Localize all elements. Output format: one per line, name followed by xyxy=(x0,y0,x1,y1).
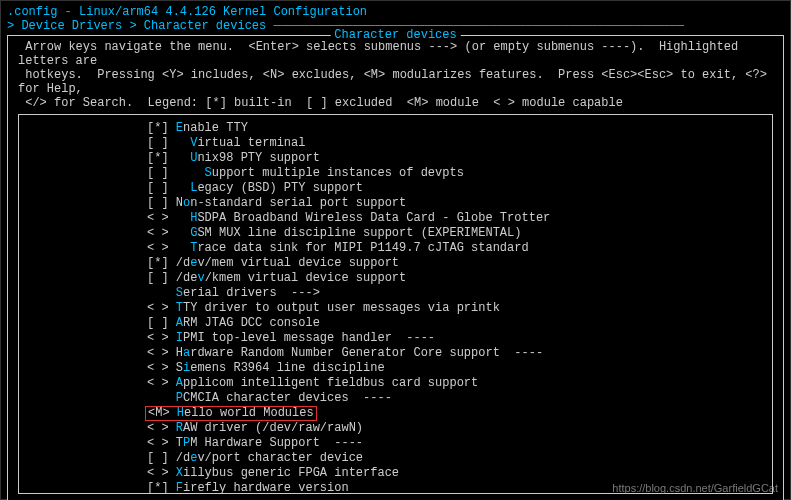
menu-item[interactable]: [*] Enable TTY xyxy=(27,121,764,136)
menu-item[interactable]: PCMCIA character devices ---- xyxy=(27,391,764,406)
menu-item[interactable]: [*] Unix98 PTY support xyxy=(27,151,764,166)
menu-list[interactable]: [*] Enable TTY[ ] Virtual terminal[*] Un… xyxy=(18,114,773,494)
menu-item[interactable]: [*] /dev/mem virtual device support xyxy=(27,256,764,271)
menu-item[interactable]: [ ] /dev/port character device xyxy=(27,451,764,466)
menu-item[interactable]: < > Trace data sink for MIPI P1149.7 cJT… xyxy=(27,241,764,256)
menu-item[interactable]: [ ] Legacy (BSD) PTY support xyxy=(27,181,764,196)
outer-frame: Character devices Arrow keys navigate th… xyxy=(7,35,784,500)
menu-item[interactable]: <M> Hello world Modules xyxy=(27,406,764,421)
menu-item[interactable]: [ ] ARM JTAG DCC console xyxy=(27,316,764,331)
menu-item[interactable]: < > IPMI top-level message handler ---- xyxy=(27,331,764,346)
menu-item[interactable]: [ ] Non-standard serial port support xyxy=(27,196,764,211)
menu-item[interactable]: [ ] Virtual terminal xyxy=(27,136,764,151)
menu-item[interactable]: < > TTY driver to output user messages v… xyxy=(27,301,764,316)
menu-item[interactable]: [ ] Support multiple instances of devpts xyxy=(27,166,764,181)
menu-item[interactable]: < > Applicom intelligent fieldbus card s… xyxy=(27,376,764,391)
menu-item[interactable]: < > GSM MUX line discipline support (EXP… xyxy=(27,226,764,241)
config-title: .config - Linux/arm64 4.4.126 Kernel Con… xyxy=(7,5,784,19)
menu-item[interactable]: < > Xillybus generic FPGA interface xyxy=(27,466,764,481)
menu-item[interactable]: [ ] /dev/kmem virtual device support xyxy=(27,271,764,286)
menu-item[interactable]: < > Hardware Random Number Generator Cor… xyxy=(27,346,764,361)
help-text: Arrow keys navigate the menu. <Enter> se… xyxy=(18,40,773,110)
watermark: https://blog.csdn.net/GarfieldGCat xyxy=(612,482,778,494)
menu-item[interactable]: Serial drivers ---> xyxy=(27,286,764,301)
menu-item[interactable]: < > RAW driver (/dev/raw/rawN) xyxy=(27,421,764,436)
menu-item[interactable]: < > TPM Hardware Support ---- xyxy=(27,436,764,451)
page-title: Character devices xyxy=(330,28,460,42)
terminal-window: .config - Linux/arm64 4.4.126 Kernel Con… xyxy=(0,0,791,500)
menu-item[interactable]: < > HSDPA Broadband Wireless Data Card -… xyxy=(27,211,764,226)
menu-item[interactable]: < > Siemens R3964 line discipline xyxy=(27,361,764,376)
